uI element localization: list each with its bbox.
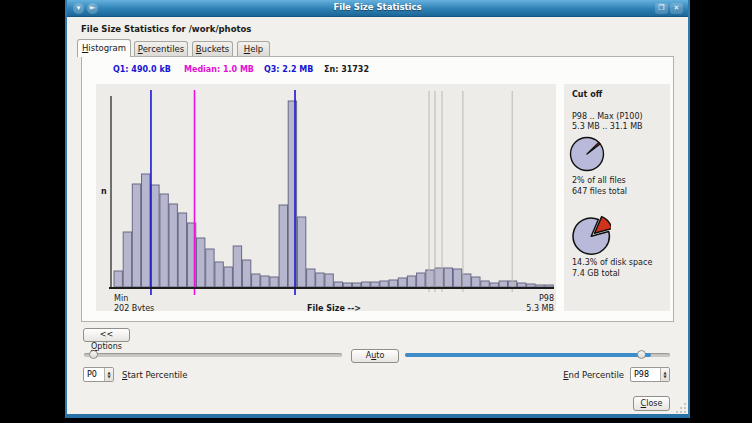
start-percentile-label: Start Percentile — [122, 370, 187, 380]
cutoff-disk-total: 7.4 GB total — [572, 269, 620, 278]
auto-button[interactable]: Auto — [351, 349, 399, 363]
options-toggle-button[interactable]: << Options — [83, 328, 130, 342]
histogram-svg: nMin202 BytesFile Size -->P985.3 MB — [96, 84, 556, 311]
svg-text:File Size -->: File Size --> — [307, 304, 361, 311]
tab-buckets[interactable]: Buckets — [192, 41, 233, 56]
svg-text:P98: P98 — [539, 294, 554, 303]
start-percentile-slider[interactable] — [84, 353, 342, 357]
start-percentile-spinbox[interactable]: P0 ▲▼ — [83, 367, 114, 382]
tab-histogram[interactable]: Histogram — [77, 39, 131, 57]
svg-text:n: n — [101, 187, 107, 196]
window-title: File Size Statistics — [67, 2, 688, 12]
cutoff-files-total: 647 files total — [572, 187, 627, 196]
stat-q1: Q1: 490.0 kB — [113, 65, 171, 74]
start-percentile-value: P0 — [87, 370, 97, 379]
end-slider-handle[interactable] — [637, 350, 646, 359]
maximize-button[interactable]: ❐ — [655, 3, 668, 14]
stat-median: Median: 1.0 MB — [184, 65, 254, 74]
cutoff-title: Cut off — [572, 90, 602, 99]
end-percentile-label: End Percentile — [557, 370, 624, 380]
cutoff-range-percentiles: P98 .. Max (P100) — [572, 112, 643, 121]
stat-q3: Q3: 2.2 MB — [264, 65, 313, 74]
desktop: ▾ ⇤ File Size Statistics ❐ ✕ File Size S… — [0, 0, 752, 423]
end-percentile-slider[interactable] — [405, 353, 670, 357]
svg-text:5.3 MB: 5.3 MB — [526, 304, 554, 311]
file-size-statistics-window: ▾ ⇤ File Size Statistics ❐ ✕ File Size S… — [65, 0, 690, 418]
histogram-tab-panel: Q1: 490.0 kB Median: 1.0 MB Q3: 2.2 MB Σ… — [81, 56, 674, 322]
close-button[interactable]: Close — [633, 396, 670, 411]
tab-help[interactable]: Help — [237, 41, 270, 56]
files-cutoff-pie-chart — [567, 134, 607, 174]
svg-text:202 Bytes: 202 Bytes — [114, 304, 154, 311]
close-window-button[interactable]: ✕ — [670, 3, 683, 14]
end-slider-fill — [405, 353, 651, 357]
end-percentile-value: P98 — [634, 370, 649, 379]
histogram-chart: nMin202 BytesFile Size -->P985.3 MB — [96, 84, 556, 311]
cutoff-panel: Cut off P98 .. Max (P100) 5.3 MB .. 31.1… — [564, 84, 670, 311]
cutoff-files-percent: 2% of all files — [572, 176, 626, 185]
disk-space-cutoff-pie-chart — [567, 212, 611, 256]
spinner-arrows-icon[interactable]: ▲▼ — [660, 368, 669, 381]
resize-grip[interactable] — [676, 403, 686, 413]
start-slider-handle[interactable] — [89, 350, 98, 359]
titlebar[interactable]: ▾ ⇤ File Size Statistics ❐ ✕ — [67, 0, 688, 17]
page-title: File Size Statistics for /work/photos — [81, 24, 251, 34]
spinner-arrows-icon[interactable]: ▲▼ — [104, 368, 113, 381]
cutoff-disk-percent: 14.3% of disk space — [572, 258, 652, 267]
stat-sum-n: Σn: 31732 — [324, 65, 369, 74]
end-percentile-spinbox[interactable]: P98 ▲▼ — [630, 367, 670, 382]
svg-text:Min: Min — [114, 294, 128, 303]
tab-percentiles[interactable]: Percentiles — [134, 41, 188, 56]
cutoff-range-sizes: 5.3 MB .. 31.1 MB — [572, 122, 643, 131]
